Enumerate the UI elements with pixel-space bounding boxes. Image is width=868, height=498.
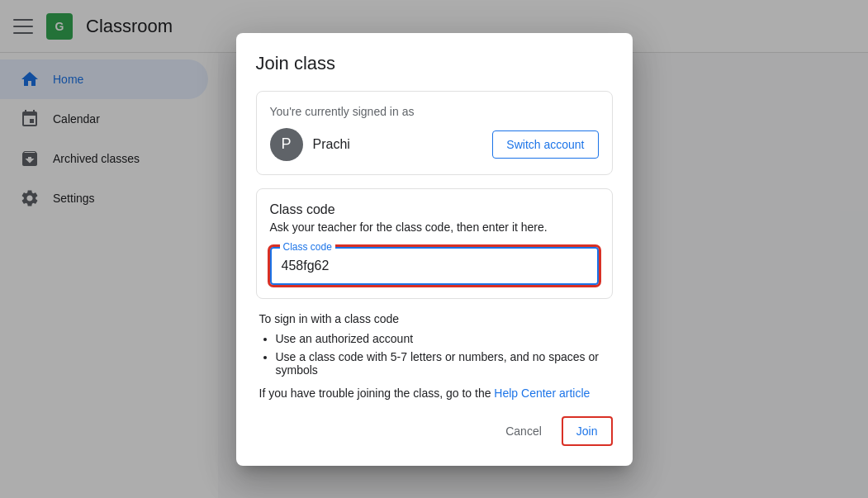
info-title: To sign in with a class code <box>259 312 609 325</box>
trouble-text: If you have trouble joining the class, g… <box>259 387 495 400</box>
join-class-dialog: Join class You're currently signed in as… <box>236 33 633 466</box>
modal-overlay: Join class You're currently signed in as… <box>0 0 868 498</box>
class-code-input-wrapper: Class code <box>270 247 599 285</box>
input-label: Class code <box>280 241 335 253</box>
avatar: P <box>270 128 303 161</box>
cancel-button[interactable]: Cancel <box>492 418 555 444</box>
user-info: P Prachi <box>270 128 350 161</box>
signed-in-box: You're currently signed in as P Prachi S… <box>256 91 613 175</box>
class-code-input[interactable] <box>282 255 587 277</box>
info-bullet-2: Use a class code with 5-7 letters or num… <box>276 350 609 377</box>
help-center-link[interactable]: Help Center article <box>494 387 590 400</box>
dialog-title: Join class <box>256 53 613 74</box>
info-bullet-1: Use an authorized account <box>276 332 609 345</box>
class-code-desc: Ask your teacher for the class code, the… <box>270 221 599 234</box>
class-code-box: Class code Ask your teacher for the clas… <box>256 188 613 299</box>
signed-in-label: You're currently signed in as <box>270 105 599 118</box>
join-button[interactable]: Join <box>562 416 613 446</box>
info-section: To sign in with a class code Use an auth… <box>256 312 613 400</box>
user-row: P Prachi Switch account <box>270 128 599 161</box>
info-list: Use an authorized account Use a class co… <box>259 332 609 377</box>
dialog-actions: Cancel Join <box>256 416 613 446</box>
class-code-title: Class code <box>270 202 599 217</box>
user-name: Prachi <box>313 137 350 152</box>
switch-account-button[interactable]: Switch account <box>492 130 598 159</box>
info-trouble: If you have trouble joining the class, g… <box>259 387 609 400</box>
